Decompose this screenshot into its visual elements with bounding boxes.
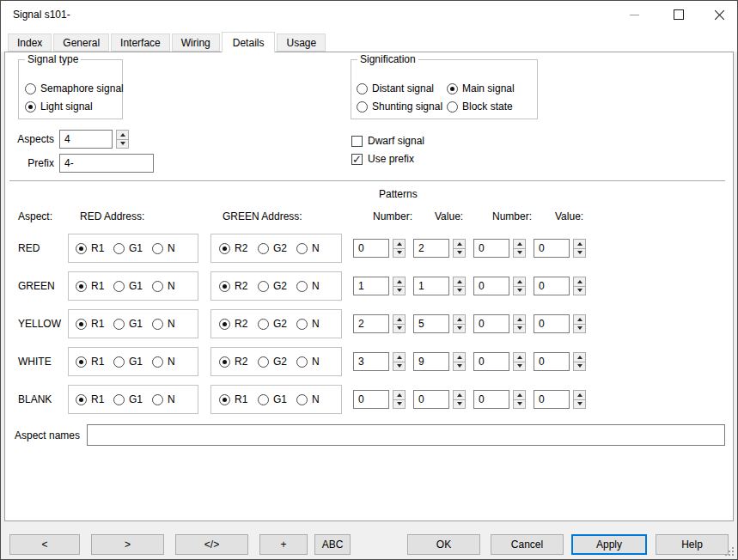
value1-input[interactable]: 2 [413, 239, 449, 258]
number2-input[interactable]: 0 [473, 352, 509, 371]
number1-input[interactable]: 2 [353, 314, 389, 333]
radio-shunting-signal[interactable]: Shunting signal [357, 100, 442, 113]
number1-input[interactable]: 0 [353, 390, 389, 409]
tab-general[interactable]: General [53, 33, 109, 52]
value2-input[interactable]: 0 [534, 314, 570, 333]
radio-option[interactable]: N [296, 356, 320, 368]
radio-option[interactable]: G2 [258, 242, 287, 254]
value1-input[interactable]: 1 [413, 277, 449, 295]
radio-option[interactable]: N [296, 242, 320, 254]
spin-down-icon[interactable] [393, 286, 406, 296]
dwarf-signal-checkbox[interactable]: Dwarf signal [351, 135, 424, 147]
close-button[interactable] [699, 1, 738, 28]
value2-spinner[interactable] [573, 352, 586, 371]
spin-down-icon[interactable] [116, 139, 129, 149]
ok-button[interactable]: OK [407, 534, 480, 555]
value1-input[interactable]: 9 [413, 352, 449, 371]
number2-spinner[interactable] [513, 314, 526, 333]
spin-down-icon[interactable] [453, 362, 466, 372]
spin-down-icon[interactable] [453, 324, 466, 334]
radio-option[interactable]: N [152, 393, 175, 405]
value2-input[interactable]: 0 [534, 390, 570, 409]
spin-down-icon[interactable] [513, 399, 526, 410]
radio-option[interactable]: G1 [113, 242, 143, 254]
resize-grip[interactable] [732, 554, 734, 556]
number1-spinner[interactable] [393, 239, 406, 258]
radio-semaphore-signal[interactable]: Semaphore signal [25, 82, 124, 94]
number1-input[interactable]: 3 [353, 352, 389, 371]
spin-down-icon[interactable] [573, 286, 586, 296]
prefix-input[interactable]: 4- [59, 154, 154, 173]
prev-button[interactable]: < [9, 534, 80, 555]
radio-distant-signal[interactable]: Distant signal [357, 82, 434, 94]
number2-spinner[interactable] [513, 390, 526, 409]
tab-index[interactable]: Index [8, 33, 52, 52]
next-button[interactable]: > [91, 534, 164, 555]
number1-spinner[interactable] [393, 390, 406, 409]
spin-down-icon[interactable] [393, 248, 406, 259]
code-button[interactable]: </> [175, 534, 248, 555]
add-button[interactable]: + [259, 534, 308, 555]
value1-spinner[interactable] [453, 314, 466, 333]
number2-spinner[interactable] [513, 277, 526, 295]
spin-down-icon[interactable] [393, 362, 406, 372]
number1-spinner[interactable] [393, 277, 406, 295]
spin-down-icon[interactable] [513, 324, 526, 334]
radio-option[interactable]: R1 [76, 280, 104, 292]
radio-option[interactable]: N [152, 356, 175, 368]
radio-light-signal[interactable]: Light signal [25, 100, 93, 113]
spin-down-icon[interactable] [513, 286, 526, 296]
abc-button[interactable]: ABC [314, 534, 351, 555]
radio-option[interactable]: R2 [219, 318, 247, 330]
radio-option[interactable]: G1 [113, 393, 143, 405]
maximize-button[interactable] [659, 1, 698, 28]
radio-option[interactable]: R1 [76, 242, 104, 254]
spin-down-icon[interactable] [393, 399, 406, 410]
number1-spinner[interactable] [393, 352, 406, 371]
aspects-spinner[interactable] [116, 130, 129, 149]
value1-input[interactable]: 0 [413, 390, 449, 409]
number1-input[interactable]: 0 [353, 239, 389, 258]
spin-down-icon[interactable] [513, 362, 526, 372]
spin-down-icon[interactable] [573, 324, 586, 334]
number1-input[interactable]: 1 [353, 277, 389, 295]
value2-spinner[interactable] [573, 314, 586, 333]
number2-input[interactable]: 0 [473, 277, 509, 295]
value1-spinner[interactable] [453, 390, 466, 409]
radio-option[interactable]: R2 [219, 356, 247, 368]
radio-option[interactable]: G1 [258, 393, 287, 405]
cancel-button[interactable]: Cancel [491, 534, 564, 555]
radio-option[interactable]: N [152, 318, 175, 330]
value2-input[interactable]: 0 [534, 277, 570, 295]
radio-option[interactable]: N [152, 242, 175, 254]
radio-option[interactable]: G2 [258, 318, 287, 330]
spin-down-icon[interactable] [573, 362, 586, 372]
radio-option[interactable]: G2 [258, 280, 287, 292]
number2-spinner[interactable] [513, 239, 526, 258]
value1-input[interactable]: 5 [413, 314, 449, 333]
value2-spinner[interactable] [573, 277, 586, 295]
number2-input[interactable]: 0 [473, 390, 509, 409]
value1-spinner[interactable] [453, 239, 466, 258]
value2-input[interactable]: 0 [534, 239, 570, 258]
radio-option[interactable]: R2 [219, 242, 247, 254]
value1-spinner[interactable] [453, 352, 466, 371]
radio-option[interactable]: R1 [76, 318, 104, 330]
tab-interface[interactable]: Interface [111, 33, 170, 52]
aspects-input[interactable]: 4 [59, 130, 113, 149]
radio-option[interactable]: N [152, 280, 175, 292]
use-prefix-checkbox[interactable]: Use prefix [351, 153, 414, 165]
value1-spinner[interactable] [453, 277, 466, 295]
radio-option[interactable]: N [296, 318, 320, 330]
help-button[interactable]: Help [656, 534, 729, 555]
spin-down-icon[interactable] [573, 248, 586, 259]
radio-option[interactable]: R1 [76, 356, 104, 368]
radio-option[interactable]: G1 [113, 280, 143, 292]
apply-button[interactable]: Apply [571, 534, 647, 555]
spin-down-icon[interactable] [453, 286, 466, 296]
spin-down-icon[interactable] [453, 248, 466, 259]
number1-spinner[interactable] [393, 314, 406, 333]
value2-spinner[interactable] [573, 239, 586, 258]
radio-option[interactable]: R1 [219, 393, 247, 405]
spin-down-icon[interactable] [393, 324, 406, 334]
